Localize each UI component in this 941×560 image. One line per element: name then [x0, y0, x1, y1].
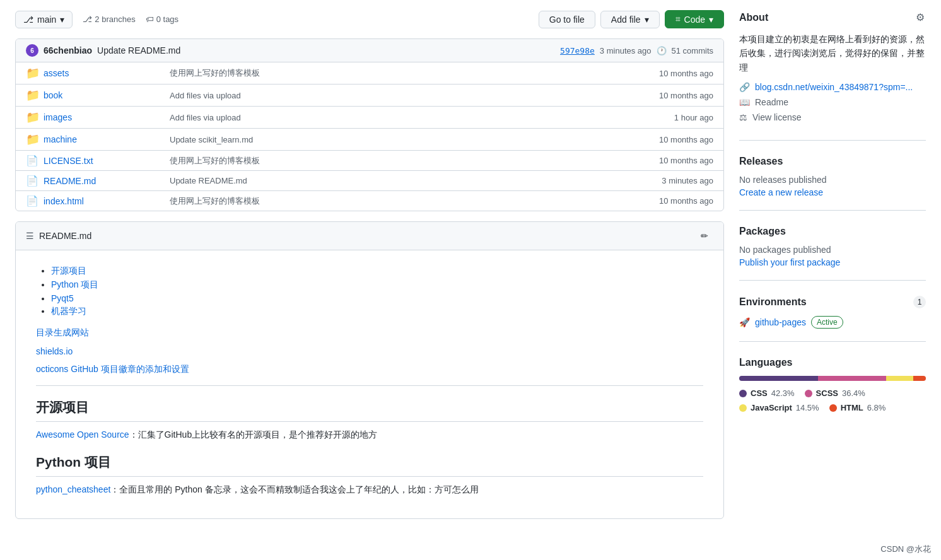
file-name-link[interactable]: LICENSE.txt — [44, 156, 170, 166]
python-cheatsheet-link[interactable]: python_cheatsheet — [36, 484, 110, 494]
commit-message: Update README.md — [97, 45, 180, 55]
commits-link[interactable]: 51 commits — [672, 46, 713, 55]
lang-name: CSS — [751, 388, 768, 398]
about-text: 本项目建立的初衷是在网络上看到好的资源，然后收集，进行阅读浏览后，觉得好的保留，… — [739, 32, 926, 74]
about-settings-button[interactable]: ⚙ — [915, 10, 926, 25]
toc-link[interactable]: 目录生成网站 — [36, 327, 89, 337]
blog-link[interactable]: 🔗 blog.csdn.net/weixin_43849871?spm=... — [739, 82, 926, 92]
folder-icon: 📁 — [26, 110, 44, 124]
commit-sha[interactable]: 597e98e — [560, 46, 595, 55]
folder-icon: 📁 — [26, 88, 44, 102]
rocket-icon: 🚀 — [739, 317, 750, 327]
octicons-link[interactable]: octicons GitHub 项目徽章的添加和设置 — [36, 364, 189, 374]
branch-count-icon: ⎇ — [83, 15, 92, 24]
commits-count: 51 commits — [672, 46, 713, 55]
table-row: 📁imagesAdd files via upload1 hour ago — [16, 107, 723, 129]
branch-caret-icon: ▾ — [60, 15, 64, 25]
section1-para: Awesome Open Source：汇集了GitHub上比较有名的开源项目，… — [36, 429, 703, 441]
toolbar-right: Go to file Add file ▾ ⌗ Code ▾ — [539, 10, 724, 28]
environments-title: Environments 1 — [739, 296, 926, 308]
lang-dot-icon — [805, 390, 812, 397]
commit-time: 3 minutes ago — [600, 46, 652, 55]
table-row: 📁assets使用网上写好的博客模板10 months ago — [16, 62, 723, 85]
code-caret-icon: ▾ — [709, 15, 713, 25]
lang-percent: 36.4% — [842, 388, 865, 398]
packages-title: Packages — [739, 226, 926, 237]
sidebar-environments-section: Environments 1 🚀 github-pages Active — [739, 296, 926, 342]
readme-sidebar-link[interactable]: 📖 Readme — [739, 97, 926, 107]
lang-bar-segment — [818, 376, 886, 381]
lang-percent: 6.8% — [867, 403, 886, 412]
lang-item: CSS42.3% — [739, 388, 795, 398]
readme-list: 开源项目 Python 项目 Pyqt5 机器学习 — [36, 265, 703, 317]
list-item: Pyqt5 — [51, 293, 703, 303]
pyqt5-link[interactable]: Pyqt5 — [51, 293, 74, 303]
code-button[interactable]: ⌗ Code ▾ — [665, 10, 724, 28]
link-icon: 🔗 — [739, 82, 750, 92]
file-commit-message: 使用网上写好的博客模板 — [170, 155, 638, 166]
file-icon: 📄 — [26, 155, 44, 166]
tags-link[interactable]: 🏷 0 tags — [146, 15, 178, 24]
lang-name: JavaScript — [751, 403, 792, 412]
file-name-link[interactable]: book — [44, 90, 170, 100]
lang-item: SCSS36.4% — [805, 388, 865, 398]
file-commit-message: Update scikit_learn.md — [170, 135, 638, 144]
lang-percent: 14.5% — [796, 403, 819, 412]
goto-file-button[interactable]: Go to file — [539, 11, 595, 28]
file-name-link[interactable]: machine — [44, 134, 170, 144]
create-release-link[interactable]: Create a new release — [739, 187, 823, 197]
environments-count-badge: 1 — [913, 296, 926, 308]
awesome-opensource-link[interactable]: Awesome Open Source — [36, 429, 129, 440]
file-name-link[interactable]: index.html — [44, 196, 170, 206]
pencil-icon: ✏ — [701, 231, 708, 241]
section1-desc: ：汇集了GitHub上比较有名的开源项目，是个推荐好开源的地方 — [129, 429, 378, 440]
active-badge: Active — [811, 316, 843, 329]
commit-info: 66chenbiao Update README.md — [44, 45, 555, 55]
branches-link[interactable]: ⎇ 2 branches — [83, 15, 135, 24]
file-date: 10 months ago — [638, 156, 713, 165]
tags-count-label: 0 tags — [156, 15, 178, 24]
branch-selector[interactable]: ⎇ main ▾ — [15, 11, 73, 28]
publish-package-link[interactable]: Publish your first package — [739, 257, 840, 267]
file-table-header: 6 66chenbiao Update README.md 597e98e 3 … — [16, 39, 723, 62]
ml-link[interactable]: 机器学习 — [51, 306, 86, 316]
file-date: 10 months ago — [638, 196, 713, 206]
lang-dot-icon — [829, 404, 837, 412]
branch-icon: ⎇ — [23, 15, 33, 25]
folder-icon: 📁 — [26, 132, 44, 146]
file-icon: 📄 — [26, 175, 44, 187]
lang-bar-segment — [886, 376, 913, 381]
code-label: Code — [684, 15, 705, 25]
shields-link[interactable]: shields.io — [36, 346, 73, 356]
list-icon: ☰ — [26, 231, 34, 241]
readme-divider — [36, 385, 703, 386]
balance-icon: ⚖ — [739, 112, 747, 122]
file-name-link[interactable]: assets — [44, 68, 170, 78]
goto-file-label: Go to file — [549, 15, 585, 25]
lang-bar-segment — [739, 376, 818, 381]
python-project-link[interactable]: Python 项目 — [51, 279, 98, 289]
language-list: CSS42.3%SCSS36.4%JavaScript14.5%HTML6.8% — [739, 388, 926, 412]
table-row: 📄README.mdUpdate README.md3 minutes ago — [16, 171, 723, 191]
github-pages-link[interactable]: github-pages — [755, 317, 806, 327]
edit-readme-button[interactable]: ✏ — [696, 228, 713, 243]
list-item: 开源项目 — [51, 265, 703, 277]
branches-count-label: 2 branches — [95, 15, 135, 24]
license-label: View license — [752, 112, 802, 122]
table-row: 📁machineUpdate scikit_learn.md10 months … — [16, 129, 723, 151]
add-file-caret-icon: ▾ — [645, 15, 649, 25]
readme-section: ☰ README.md ✏ 开源项目 Python 项目 Pyqt5 机器学习 … — [15, 221, 724, 519]
list-item: 机器学习 — [51, 306, 703, 317]
license-link[interactable]: ⚖ View license — [739, 112, 926, 122]
file-name-link[interactable]: images — [44, 112, 170, 122]
add-file-button[interactable]: Add file ▾ — [600, 11, 660, 28]
open-source-link[interactable]: 开源项目 — [51, 265, 86, 276]
environments-label: Environments — [739, 296, 807, 308]
file-name-link[interactable]: README.md — [44, 176, 170, 186]
code-icon: ⌗ — [675, 14, 681, 25]
file-date: 10 months ago — [638, 135, 713, 144]
commit-author: 66chenbiao — [44, 45, 92, 55]
lang-item: JavaScript14.5% — [739, 403, 819, 412]
toc-link-para: 目录生成网站 — [36, 327, 703, 339]
clock-icon: 🕐 — [657, 46, 667, 55]
